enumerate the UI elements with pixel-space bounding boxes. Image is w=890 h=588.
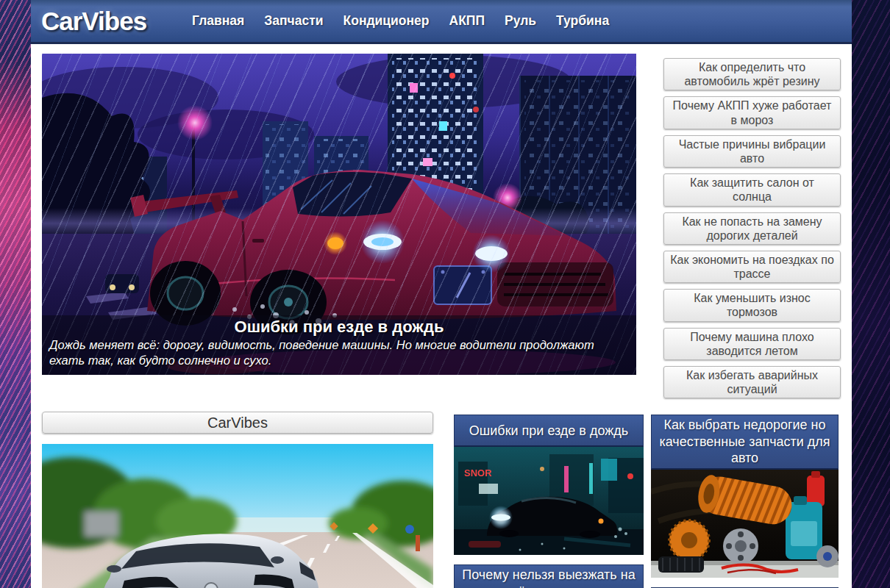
sidebar-item-brake-wear[interactable]: Как уменьшить износ тормозов [663,289,841,321]
page-wrapper: CarVibes Главная Запчасти Кондиционер АК… [31,0,852,588]
site-logo[interactable]: CarVibes [41,7,146,36]
card-parts-image [651,470,839,578]
main-menu: Главная Запчасти Кондиционер АКПП Руль Т… [192,13,609,29]
nav-item-turbo[interactable]: Турбина [556,13,609,29]
hero-article-link[interactable]: Ошибки при езде в дождь Дождь меняет всё… [42,54,636,375]
nav-item-steering[interactable]: Руль [505,13,536,29]
sidebar-item-avoid-accidents[interactable]: Как избегать аварийных ситуаций [663,366,841,398]
hero-subtitle: Дождь меняет всё: дорогу, видимость, пов… [49,337,629,368]
top-row: Ошибки при езде в дождь Дождь меняет всё… [42,54,841,398]
card-title: Почему нельзя выезжать на перекрёсток пр… [454,564,644,588]
card-rain-errors[interactable]: Ошибки при езде в дождь [454,415,644,555]
sidebar-item-tires[interactable]: Как определить что автомобиль жрёт резин… [663,58,841,90]
hero-caption: Ошибки при езде в дождь Дождь меняет всё… [42,315,636,375]
sidebar-item-expensive-parts[interactable]: Как не попасть на замену дорогих деталей [663,212,841,245]
hero-title: Ошибки при езде в дождь [49,318,629,337]
bottom-row: CarVibes [42,412,841,588]
card-cheap-parts[interactable]: Как выбрать недорогие но качественные за… [651,415,839,578]
sidebar-item-highway-economy[interactable]: Как экономить на поездках по трассе [663,251,841,283]
highway-article-image[interactable] [42,444,433,588]
card-title: Ошибки при езде в дождь [454,415,644,447]
site-title-bar[interactable]: CarVibes [42,412,433,434]
sidebar-item-akpp-frost[interactable]: Почему АКПП хуже работает в мороз [663,96,841,129]
sidebar-item-vibration[interactable]: Частые причины вибрации авто [663,135,841,168]
highway-image [42,444,433,588]
column-right: Как выбрать недорогие но качественные за… [651,412,839,588]
column-left: CarVibes [42,412,433,588]
neon-sign-text: SNOR [464,467,492,478]
navbar: CarVibes Главная Запчасти Кондиционер АК… [31,0,852,44]
background-streaks-left [0,0,31,588]
column-middle: Ошибки при езде в дождь [454,412,644,588]
card-title: Как выбрать недорогие но качественные за… [651,415,839,470]
card-intersection[interactable]: Почему нельзя выезжать на перекрёсток пр… [454,564,644,588]
nav-item-conditioner[interactable]: Кондиционер [343,13,430,29]
content-area: Ошибки при езде в дождь Дождь меняет всё… [31,54,852,588]
sidebar-item-summer-start[interactable]: Почему машина плохо заводится летом [663,328,841,360]
nav-item-home[interactable]: Главная [192,13,244,29]
background-streaks-right [852,0,890,588]
card-rain-image: SNOR [454,447,644,555]
sidebar: Как определить что автомобиль жрёт резин… [663,54,841,398]
nav-item-parts[interactable]: Запчасти [264,13,323,29]
nav-item-akpp[interactable]: АКПП [449,13,485,29]
sidebar-item-sun-protection[interactable]: Как защитить салон от солнца [663,173,841,206]
